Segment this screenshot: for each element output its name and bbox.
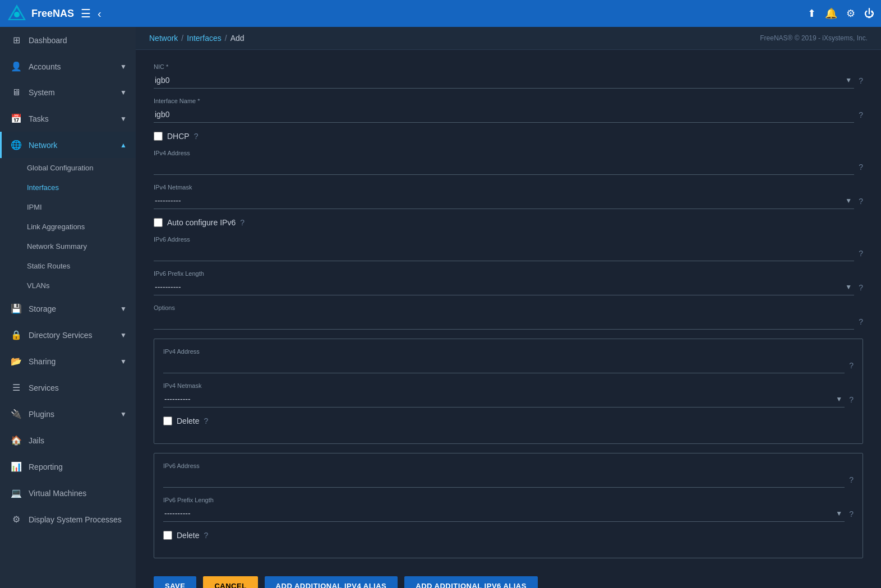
bell-icon[interactable]: 🔔 xyxy=(825,7,837,20)
alias-ipv6-prefix-help-icon[interactable]: ? xyxy=(849,510,854,518)
dhcp-label[interactable]: DHCP xyxy=(167,132,190,141)
sidebar-item-jails[interactable]: 🏠 Jails xyxy=(0,427,136,453)
sidebar-item-network[interactable]: 🌐 Network ▲ xyxy=(0,132,136,158)
ipv4-netmask-help-icon[interactable]: ? xyxy=(859,197,863,206)
sidebar-item-ipmi[interactable]: IPMI xyxy=(0,197,136,217)
sidebar-item-reporting[interactable]: 📊 Reporting xyxy=(0,453,136,480)
options-input[interactable] xyxy=(154,313,854,330)
form-actions: SAVE CANCEL ADD ADDITIONAL IPV4 ALIAS AD… xyxy=(154,567,863,588)
sidebar-item-label: Services xyxy=(29,383,59,392)
ipv4-address-field: IPv4 Address ? xyxy=(154,150,863,175)
sidebar-item-plugins[interactable]: 🔌 Plugins ▼ xyxy=(0,401,136,427)
sidebar-item-static-routes[interactable]: Static Routes xyxy=(0,256,136,276)
topbar-left: FreeNAS ☰ ‹ xyxy=(7,3,102,24)
add-ipv6-alias-button[interactable]: ADD ADDITIONAL IPV6 ALIAS xyxy=(404,576,538,588)
svg-point-2 xyxy=(14,12,20,17)
ipv4-netmask-arrow: ▼ xyxy=(845,197,852,205)
breadcrumb-network[interactable]: Network xyxy=(149,34,178,43)
content-area: Network / Interfaces / Add FreeNAS® © 20… xyxy=(136,27,881,588)
sidebar-item-system[interactable]: 🖥 System ▼ xyxy=(0,80,136,105)
alias-ipv6-prefix-select[interactable]: ---------- xyxy=(163,506,836,521)
sidebar-item-global-config[interactable]: Global Configuration xyxy=(0,158,136,178)
power-icon[interactable]: ⏻ xyxy=(864,8,874,20)
alias-ipv4-address-input[interactable] xyxy=(163,357,845,373)
sidebar: ⊞ Dashboard 👤 Accounts ▼ 🖥 System ▼ 📅 Ta… xyxy=(0,27,136,588)
services-icon: ☰ xyxy=(11,382,22,393)
alias-ipv4-netmask-field: IPv4 Netmask ---------- ▼ ? xyxy=(163,382,854,408)
ipv4-address-label: IPv4 Address xyxy=(154,150,863,156)
sidebar-item-vlans[interactable]: VLANs xyxy=(0,276,136,295)
breadcrumb: Network / Interfaces / Add xyxy=(149,34,245,43)
sidebar-item-label: Network xyxy=(29,141,57,150)
interface-name-input[interactable] xyxy=(154,107,854,123)
sidebar-item-virtual-machines[interactable]: 💻 Virtual Machines xyxy=(0,480,136,506)
menu-icon[interactable]: ☰ xyxy=(81,7,91,20)
accounts-arrow: ▼ xyxy=(120,63,127,71)
breadcrumb-interfaces[interactable]: Interfaces xyxy=(187,34,221,43)
alias-ipv4-netmask-select[interactable]: ---------- xyxy=(163,391,836,407)
sidebar-item-interfaces[interactable]: Interfaces xyxy=(0,178,136,197)
cancel-button[interactable]: CANCEL xyxy=(203,576,257,588)
sidebar-item-display-system[interactable]: ⚙ Display System Processes xyxy=(0,506,136,533)
auto-ipv6-checkbox[interactable] xyxy=(154,218,163,227)
company-info: FreeNAS® © 2019 - iXsystems, Inc. xyxy=(760,34,868,42)
dhcp-checkbox[interactable] xyxy=(154,132,163,141)
alias-ipv4-delete-help-icon[interactable]: ? xyxy=(204,416,208,425)
ipv6-prefix-help-icon[interactable]: ? xyxy=(859,283,863,292)
sidebar-item-tasks[interactable]: 📅 Tasks ▼ xyxy=(0,105,136,132)
gear-icon[interactable]: ⚙ xyxy=(846,7,855,20)
form-container: NIC * igb0 ▼ ? Interface Name * xyxy=(136,50,881,588)
nic-help-icon[interactable]: ? xyxy=(859,76,863,85)
options-help-icon[interactable]: ? xyxy=(859,317,863,326)
sidebar-item-accounts[interactable]: 👤 Accounts ▼ xyxy=(0,53,136,80)
breadcrumb-sep1: / xyxy=(181,34,183,43)
sidebar-item-network-summary[interactable]: Network Summary xyxy=(0,237,136,256)
options-field: Options ? xyxy=(154,304,863,330)
alias-ipv4-delete-checkbox[interactable] xyxy=(163,416,172,425)
sidebar-item-link-agg[interactable]: Link Aggregations xyxy=(0,217,136,237)
alias-ipv4-delete-label[interactable]: Delete xyxy=(177,416,199,425)
ipv6-address-help-icon[interactable]: ? xyxy=(859,249,863,258)
alias-ipv6-address-row: ? xyxy=(163,471,854,488)
back-icon[interactable]: ‹ xyxy=(98,7,102,20)
tasks-icon: 📅 xyxy=(11,113,22,124)
ipv4-netmask-row: ---------- ▼ ? xyxy=(154,193,863,209)
sidebar-item-directory-services[interactable]: 🔒 Directory Services ▼ xyxy=(0,322,136,348)
sidebar-item-dashboard[interactable]: ⊞ Dashboard xyxy=(0,27,136,53)
alias-ipv4-netmask-help-icon[interactable]: ? xyxy=(849,395,854,404)
sidebar-item-storage[interactable]: 💾 Storage ▼ xyxy=(0,295,136,322)
alias-ipv6-delete-checkbox[interactable] xyxy=(163,531,172,540)
alias-ipv4-address-row: ? xyxy=(163,357,854,373)
auto-ipv6-label[interactable]: Auto configure IPv6 xyxy=(167,218,236,227)
add-ipv4-alias-button[interactable]: ADD ADDITIONAL IPV4 ALIAS xyxy=(265,576,398,588)
alias-ipv4-address-help-icon[interactable]: ? xyxy=(849,361,854,370)
ipv4-alias-box: IPv4 Address ? IPv4 Netmask ---------- xyxy=(154,339,863,444)
nic-field: NIC * igb0 ▼ ? xyxy=(154,63,863,89)
alias-ipv6-delete-help-icon[interactable]: ? xyxy=(204,531,208,540)
nic-row: igb0 ▼ ? xyxy=(154,72,863,89)
alias-ipv6-prefix-arrow: ▼ xyxy=(836,510,842,517)
nic-select-wrapper: igb0 ▼ xyxy=(154,72,854,89)
ipv6-address-input[interactable] xyxy=(154,245,854,261)
topbar-right: ⬆ 🔔 ⚙ ⏻ xyxy=(808,7,874,20)
alias-ipv6-address-help-icon[interactable]: ? xyxy=(849,475,854,484)
ipv4-netmask-select[interactable]: ---------- xyxy=(154,193,845,209)
save-button[interactable]: SAVE xyxy=(154,576,196,588)
ipv4-address-help-icon[interactable]: ? xyxy=(859,163,863,172)
ipv4-address-input[interactable] xyxy=(154,159,854,175)
auto-ipv6-help-icon[interactable]: ? xyxy=(240,218,245,227)
alias-ipv6-address-input[interactable] xyxy=(163,471,845,488)
sidebar-item-services[interactable]: ☰ Services xyxy=(0,374,136,401)
dhcp-help-icon[interactable]: ? xyxy=(194,132,199,141)
sidebar-item-label: Reporting xyxy=(29,462,63,471)
topbar: FreeNAS ☰ ‹ ⬆ 🔔 ⚙ ⏻ xyxy=(0,0,881,27)
interface-name-help-icon[interactable]: ? xyxy=(859,110,863,119)
ipv6-prefix-select[interactable]: ---------- xyxy=(154,279,845,295)
sidebar-item-sharing[interactable]: 📂 Sharing ▼ xyxy=(0,348,136,374)
ipv6-prefix-label: IPv6 Prefix Length xyxy=(154,270,863,277)
nic-select[interactable]: igb0 xyxy=(154,72,845,88)
ipv6-prefix-select-wrapper: ---------- ▼ xyxy=(154,279,854,295)
alias-ipv6-delete-label[interactable]: Delete xyxy=(177,531,199,540)
upload-icon[interactable]: ⬆ xyxy=(808,7,816,20)
plugins-icon: 🔌 xyxy=(11,409,22,419)
